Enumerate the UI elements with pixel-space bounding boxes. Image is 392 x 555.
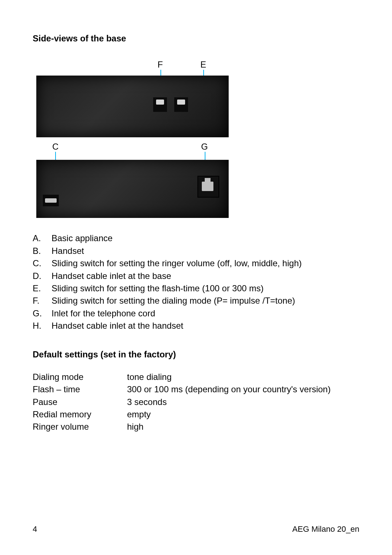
legend-list: A. Basic appliance B. Handset C. Sliding… <box>33 232 359 332</box>
setting-label: Dialing mode <box>33 371 127 383</box>
figure-label-g: G <box>201 141 208 153</box>
list-item-letter: G. <box>33 308 52 319</box>
setting-label: Ringer volume <box>33 421 127 433</box>
list-item-text: Basic appliance <box>52 232 113 244</box>
section-title-side-views: Side-views of the base <box>33 33 359 44</box>
setting-label: Flash – time <box>33 384 127 395</box>
page-number: 4 <box>33 524 37 535</box>
list-item-text: Handset cable inlet at the base <box>52 270 171 282</box>
figure-label-e: E <box>200 59 206 70</box>
section-title-default-settings: Default settings (set in the factory) <box>33 349 359 360</box>
setting-label: Pause <box>33 396 127 408</box>
figure-photo-bottom <box>36 160 229 218</box>
document-page: Side-views of the base F E C G A. Basi <box>0 0 392 555</box>
switch-icon <box>153 97 167 112</box>
setting-value: tone dialing <box>127 371 359 383</box>
list-item-letter: B. <box>33 245 52 257</box>
list-item: F. Sliding switch for setting the dialin… <box>33 295 359 307</box>
figure-label-c: C <box>52 141 58 153</box>
settings-table: Dialing mode tone dialing Flash – time 3… <box>33 371 359 433</box>
figure-photo-top <box>36 76 229 137</box>
setting-value: high <box>127 421 359 433</box>
list-item: C. Sliding switch for setting the ringer… <box>33 258 359 269</box>
figure-side-views: F E C G <box>36 59 229 218</box>
list-item: D. Handset cable inlet at the base <box>33 270 359 282</box>
setting-value: empty <box>127 409 359 420</box>
list-item: H. Handset cable inlet at the handset <box>33 320 359 332</box>
page-footer: 4 AEG Milano 20_en <box>33 524 359 535</box>
list-item-letter: F. <box>33 295 52 307</box>
figure-label-f: F <box>158 59 163 70</box>
list-item: E. Sliding switch for setting the flash-… <box>33 283 359 294</box>
list-item-letter: D. <box>33 270 52 282</box>
list-item-text: Handset <box>52 245 84 257</box>
list-item-text: Sliding switch for setting the dialing m… <box>52 295 295 307</box>
list-item: A. Basic appliance <box>33 232 359 244</box>
list-item-letter: E. <box>33 283 52 294</box>
list-item-text: Sliding switch for setting the ringer vo… <box>52 258 302 269</box>
list-item-text: Inlet for the telephone cord <box>52 308 155 319</box>
switch-icon <box>174 97 188 112</box>
list-item: G. Inlet for the telephone cord <box>33 308 359 319</box>
list-item-letter: C. <box>33 258 52 269</box>
list-item: B. Handset <box>33 245 359 257</box>
list-item-letter: H. <box>33 320 52 332</box>
figure-mid-labels: C G <box>36 141 229 158</box>
figure-pointer-c <box>55 152 56 160</box>
doc-name: AEG Milano 20_en <box>292 524 359 535</box>
figure-pointer-g <box>205 152 205 160</box>
rj-port-icon <box>197 176 219 198</box>
list-item-letter: A. <box>33 232 52 244</box>
setting-value: 300 or 100 ms (depending on your country… <box>127 384 359 395</box>
setting-label: Redial memory <box>33 409 127 420</box>
slot-icon <box>43 195 59 206</box>
setting-value: 3 seconds <box>127 396 359 408</box>
list-item-text: Sliding switch for setting the flash-tim… <box>52 283 264 294</box>
figure-top-labels: F E <box>36 59 229 76</box>
list-item-text: Handset cable inlet at the handset <box>52 320 183 332</box>
